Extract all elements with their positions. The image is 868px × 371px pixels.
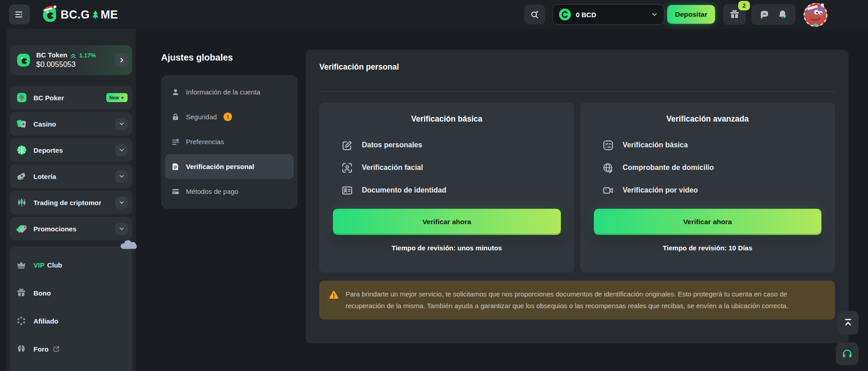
sidebar-item-bono[interactable]: Bono: [16, 279, 128, 307]
verification-step: Comprobante de domicilio: [602, 156, 822, 179]
sidebar-item-promociones[interactable]: Promociones: [10, 217, 132, 240]
chevron-down-icon: [118, 225, 125, 232]
chat-button[interactable]: [759, 9, 770, 20]
token-expand-button[interactable]: [115, 53, 128, 67]
sidebar-item-deportes[interactable]: Deportes: [10, 138, 132, 162]
settings-item-label: Seguridad: [186, 113, 217, 121]
verification-step-label: Documento de identidad: [362, 186, 446, 194]
warning-triangle-icon: [328, 290, 339, 301]
verify-now-advanced-button[interactable]: Verificar ahora: [594, 209, 822, 235]
sidebar-item-trading[interactable]: Trading de criptomor: [10, 191, 132, 214]
verification-step: Documento de identidad: [341, 179, 561, 202]
sidebar-item-vip-club[interactable]: VIP Club: [16, 251, 128, 279]
expand-chevron-button[interactable]: [115, 118, 128, 130]
sidebar-item-afiliado[interactable]: Afiliado: [16, 307, 128, 335]
rewards-button[interactable]: 2: [723, 4, 746, 25]
settings-item-label: Preferencias: [186, 138, 224, 146]
deposit-button[interactable]: Depositar: [667, 5, 715, 24]
lock-icon: [171, 113, 180, 122]
user-avatar[interactable]: [803, 2, 828, 27]
forum-icon: [16, 343, 27, 354]
lottery-ticket-icon: [16, 170, 28, 182]
verify-now-basic-button[interactable]: Verificar ahora: [333, 209, 561, 235]
support-button[interactable]: [836, 343, 859, 365]
expand-chevron-button[interactable]: [115, 197, 128, 209]
search-button[interactable]: [524, 5, 545, 24]
verification-step: Verificación básica: [602, 134, 822, 156]
settings-item-metodos-de-pago[interactable]: Métodos de pago: [165, 179, 294, 204]
bc-coin-icon: [558, 8, 572, 21]
poker-icon: [16, 92, 28, 103]
globe-edit-icon: [602, 162, 614, 174]
notifications-button[interactable]: [777, 9, 788, 20]
bc-token-icon: [16, 52, 31, 68]
bcgame-logo[interactable]: BC.G ME: [40, 5, 118, 24]
settings-item-seguridad[interactable]: Seguridad !: [165, 104, 294, 129]
menu-toggle-button[interactable]: [9, 5, 30, 24]
documents-notice: Para brindarte un mejor servicio, te sol…: [319, 281, 835, 319]
sidebar-item-label: Afiliado: [33, 317, 58, 325]
chat-bubble-icon: [759, 9, 770, 20]
notice-text: Para brindarte un mejor servicio, te sol…: [346, 288, 826, 312]
cloud-icon: [119, 238, 140, 251]
wallet-balance: 0 BCD: [576, 11, 596, 19]
expand-chevron-button[interactable]: [115, 223, 128, 235]
sidebar-item-loteria[interactable]: Lotería: [10, 164, 132, 188]
wallet-area: 0 BCD Depositar: [552, 4, 715, 25]
settings-item-verificacion-personal[interactable]: Verificación personal: [165, 154, 294, 179]
header-actions: 0 BCD Depositar 2: [524, 2, 868, 27]
chevron-down-icon: [118, 120, 125, 127]
bell-icon: [777, 9, 788, 20]
sidebar-item-bc-poker[interactable]: BC Poker New ✦: [10, 86, 132, 109]
sidebar-item-label: VIP Club: [33, 261, 62, 269]
logo-text-right: ME: [101, 8, 119, 21]
sidebar-item-probablemente-justo[interactable]: Probablemente justo: [16, 363, 128, 371]
sidebar-item-foro[interactable]: Foro: [16, 335, 128, 363]
card-title: Verificación básica: [333, 114, 561, 124]
advanced-verification-card: Verificación avanzada Verificación básic…: [580, 103, 835, 272]
settings-item-label: Métodos de pago: [186, 188, 238, 195]
logo-wordmark: BC.G ME: [61, 8, 118, 21]
logo-text-left: BC.G: [61, 8, 90, 21]
top-header: BC.G ME 0 BCD Depositar 2: [0, 0, 868, 29]
face-scan-icon: [341, 162, 353, 174]
preferences-icon: [171, 137, 180, 146]
scroll-to-top-button[interactable]: [838, 311, 859, 334]
edit-square-icon: [341, 139, 353, 151]
basketball-icon: [16, 144, 28, 156]
settings-item-preferencias[interactable]: Preferencias: [165, 129, 294, 154]
search-icon: [529, 9, 540, 20]
page-title: Verificación personal: [319, 62, 835, 72]
sidebar-secondary-group: VIP Club Bono Afiliado Foro: [10, 246, 132, 371]
token-price: $0.0055053: [36, 60, 96, 69]
verification-step-label: Verificación facial: [362, 164, 423, 172]
scroll-to-top-icon: [843, 317, 854, 328]
external-link-icon: [52, 345, 60, 353]
affiliate-network-icon: [16, 315, 27, 326]
settings-item-informacion-de-la-cuenta[interactable]: Información de la cuenta: [165, 80, 294, 104]
sidebar-item-label: Casino: [33, 120, 56, 128]
chevron-right-icon: [118, 56, 126, 64]
verification-step-label: Comprobante de domicilio: [623, 164, 714, 172]
chevron-down-icon: [650, 10, 659, 19]
casino-cards-icon: [16, 118, 28, 130]
settings-item-label: Verificación personal: [186, 163, 254, 170]
tree-icon: [90, 9, 100, 20]
document-icon: [171, 162, 180, 171]
expand-chevron-button[interactable]: [115, 144, 128, 156]
checklist-icon: [602, 139, 614, 151]
divider: [319, 91, 835, 92]
gift-icon: [729, 9, 740, 20]
token-info: BC Token 1.17% $0.0055053: [36, 51, 96, 69]
new-badge: New ✦: [106, 93, 128, 102]
bc-token-card[interactable]: BC Token 1.17% $0.0055053: [10, 45, 132, 75]
gift-box-icon: [16, 287, 27, 298]
sidebar-item-casino[interactable]: Casino: [10, 112, 132, 136]
verification-step: Verificación facial: [341, 156, 561, 179]
sidebar-item-label: Promociones: [33, 225, 76, 233]
sidebar: BC Token 1.17% $0.0055053 BC Poker New ✦…: [0, 29, 136, 371]
notifications-group: [751, 4, 796, 25]
expand-chevron-button[interactable]: [115, 170, 128, 183]
currency-selector[interactable]: 0 BCD: [552, 4, 664, 25]
review-time-basic: Tiempo de revisión: unos minutos: [333, 244, 561, 252]
